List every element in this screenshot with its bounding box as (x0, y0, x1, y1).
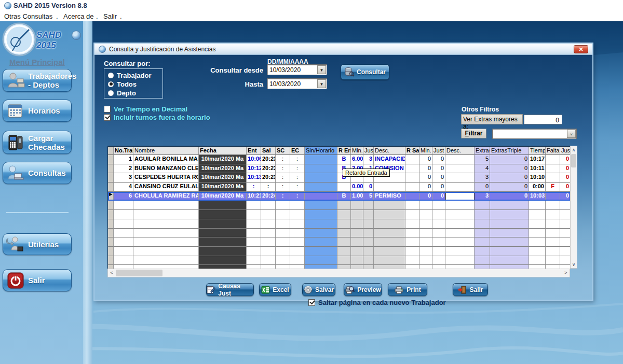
grid-cell-min2[interactable]: 0 (419, 155, 432, 164)
grid-cell-sc[interactable]: : (276, 192, 290, 201)
dropdown-arrow-icon[interactable]: ▼ (317, 79, 326, 88)
grid-cell-just1[interactable]: 0 (363, 183, 374, 192)
grid-cell-ent[interactable]: 10:13 (247, 173, 261, 183)
sidebar-item-cargar-checadas[interactable]: Cargar Checadas (3, 131, 72, 154)
consultar-button[interactable]: Consultar (341, 64, 389, 80)
grid-cell-min1[interactable]: 1.00 (351, 192, 363, 201)
grid-cell-ent[interactable]: 10:21 (247, 192, 261, 201)
grid-cell-sc[interactable]: : (276, 155, 290, 164)
grid-cell-min1[interactable]: 0.00 (351, 183, 363, 192)
grid-row[interactable] (108, 201, 570, 210)
sidebar-item-consultas[interactable]: Consultas (3, 162, 72, 184)
grid-cell-sin[interactable] (305, 155, 337, 164)
from-date-combo[interactable]: 10/03/2020 ▼ (267, 64, 327, 75)
scroll-up-icon[interactable]: ∧ (571, 146, 577, 153)
causas-just-button[interactable]: Causas Just (206, 283, 254, 296)
filtrar-button[interactable]: Filtrar (461, 129, 486, 138)
grid-cell-extras[interactable]: 5 (475, 155, 490, 164)
grid-cell-no[interactable]: 6 (114, 192, 133, 201)
grid-cell-extrastriple[interactable]: 0 (490, 173, 529, 183)
grid-cell-ent[interactable]: 10:06 (247, 155, 261, 164)
grid-cell-rent[interactable]: B (337, 192, 351, 201)
grid-cell-sal[interactable]: 20:23 (261, 155, 276, 164)
grid-cell-just1[interactable]: 3 (363, 155, 374, 164)
grid-cell-just1[interactable]: 5 (363, 192, 374, 201)
grid-row[interactable]: 1AGUILAR BONILLA MARY10/mar/2020 Ma10:06… (108, 155, 570, 164)
grid-cell-extrastriple[interactable]: 0 (490, 164, 529, 174)
menu-otras-consultas[interactable]: Otras Consultas (4, 12, 52, 20)
grid-cell-tiempo[interactable]: 10:03 (529, 192, 546, 201)
grid-cell-fecha[interactable]: 10/mar/2020 Ma (199, 192, 247, 201)
grid-cell-marker[interactable] (108, 183, 114, 192)
grid-cell-just2[interactable]: 0 (432, 192, 445, 201)
grid-cell-rent[interactable] (337, 183, 351, 192)
checkbox-ver-tiempo-decimal[interactable]: Ver Tiempo en Decimal (104, 105, 187, 113)
grid-cell-sin[interactable] (305, 183, 337, 192)
grid-cell-nombre[interactable]: CHOLULA RAMIREZ RAU (133, 192, 199, 201)
grid-cell-rsal[interactable] (405, 155, 419, 164)
grid-cell-just2[interactable]: 0 (432, 164, 445, 174)
grid-cell-tiempo[interactable]: 10:17 (529, 155, 546, 164)
grid-cell-ent[interactable]: : (247, 183, 261, 192)
grid-row[interactable]: 2BUENO MANZANO CLEM10/mar/2020 Ma10:1220… (108, 164, 570, 174)
dialog-titlebar[interactable]: Consulta y Justificación de Asistencias … (94, 44, 592, 55)
scroll-right-icon[interactable]: > (562, 269, 570, 277)
grid-cell-desc2[interactable] (445, 183, 475, 192)
horizontal-scroll-thumb[interactable] (116, 270, 162, 276)
grid-cell-min2[interactable]: 0 (419, 192, 432, 201)
grid-cell-rsal[interactable] (405, 173, 419, 183)
grid-cell-marker[interactable] (108, 164, 114, 174)
dropdown-arrow-icon[interactable]: ˅ (567, 130, 576, 138)
preview-button[interactable]: Preview (344, 283, 382, 296)
grid-row[interactable]: 3CESPEDES HUERTA ROBE10/mar/2020 Ma10:13… (108, 173, 570, 183)
grid-cell-desc2[interactable] (445, 173, 475, 183)
grid-cell-min1[interactable]: 6.00 (351, 155, 363, 164)
grid-row[interactable]: 4CANSINO CRUZ EULALIO10/mar/2020 Ma::::0… (108, 183, 570, 192)
to-date-combo[interactable]: 10/03/2020 ▼ (267, 78, 327, 89)
grid-cell-desc2[interactable] (445, 164, 475, 174)
grid-cell-jus[interactable]: 0 (560, 183, 570, 192)
grid-cell-extras[interactable]: 4 (475, 164, 490, 174)
grid-cell-sin[interactable] (305, 173, 337, 183)
extras-mayores-input[interactable] (524, 115, 562, 124)
grid-cell-nombre[interactable]: AGUILAR BONILLA MARY (133, 155, 199, 164)
sidebar-item-trabajadores[interactable]: Trabajadores - Deptos (3, 69, 72, 92)
grid-cell-no[interactable]: 2 (114, 164, 133, 174)
scroll-left-icon[interactable]: < (108, 269, 115, 277)
grid-cell-just2[interactable]: 0 (432, 155, 445, 164)
grid-cell-ec[interactable]: : (290, 164, 305, 174)
grid-cell-falta[interactable]: F (546, 183, 560, 192)
horizontal-scrollbar[interactable]: < > (107, 269, 570, 277)
filter-combo[interactable]: ˅ (492, 129, 577, 139)
grid-cell-extras[interactable]: 3 (475, 173, 490, 183)
scroll-down-icon[interactable]: ∨ (571, 261, 577, 268)
grid-cell-min2[interactable]: 0 (419, 173, 432, 183)
grid-cell-tiempo[interactable]: 10:11 (529, 164, 546, 174)
grid-cell-desc1[interactable]: INCAPACID (374, 155, 405, 164)
grid-row[interactable] (108, 247, 570, 256)
grid-cell-marker[interactable]: ▶ (108, 192, 114, 201)
grid-cell-falta[interactable] (546, 155, 560, 164)
grid-cell-sal[interactable]: 20:23 (261, 164, 276, 174)
grid-row[interactable] (108, 210, 570, 219)
grid-cell-ec[interactable]: : (290, 183, 305, 192)
grid-cell-falta[interactable] (546, 164, 560, 174)
grid-cell-tiempo[interactable]: 10:10 (529, 173, 546, 183)
grid-cell-extras[interactable]: 0 (475, 183, 490, 192)
grid-cell-sal[interactable]: 20:24 (261, 192, 276, 201)
grid-cell-fecha[interactable]: 10/mar/2020 Ma (199, 183, 247, 192)
grid-cell-marker[interactable] (108, 173, 114, 183)
grid-cell-falta[interactable] (546, 192, 560, 201)
grid-cell-nombre[interactable]: CANSINO CRUZ EULALIO (133, 183, 199, 192)
vertical-scroll-thumb[interactable] (571, 154, 576, 167)
grid-cell-marker[interactable] (108, 155, 114, 164)
grid-row-selected[interactable]: ▶6CHOLULA RAMIREZ RAU10/mar/2020 Ma10:21… (108, 192, 570, 201)
grid-cell-sin[interactable] (305, 192, 337, 201)
grid-row[interactable] (108, 256, 570, 265)
grid-cell-jus[interactable]: 0 (560, 192, 570, 201)
radio-depto[interactable]: Depto (108, 89, 136, 97)
sidebar-item-salir[interactable]: Salir (3, 269, 72, 291)
grid-cell-sal[interactable]: 20:23 (261, 173, 276, 183)
grid-cell-no[interactable]: 4 (114, 183, 133, 192)
grid-cell-no[interactable]: 3 (114, 173, 133, 183)
